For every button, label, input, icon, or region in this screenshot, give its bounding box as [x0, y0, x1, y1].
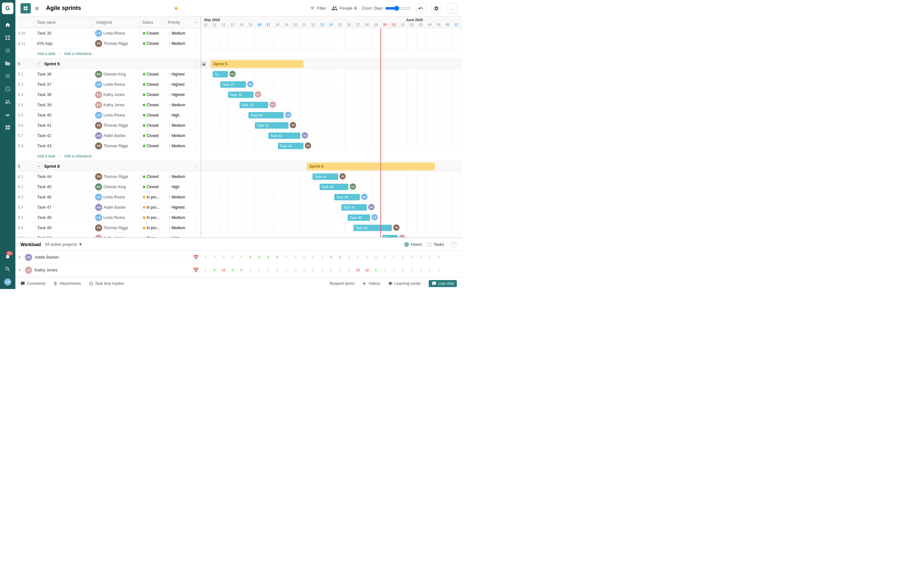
chart-add-sprint5 [201, 151, 462, 161]
undo-button[interactable] [416, 3, 426, 13]
sprint-5-bar[interactable]: Sprint 5 [211, 60, 304, 68]
sidebar-item-board[interactable] [2, 32, 13, 44]
task-bar-36[interactable]: Ta... [213, 71, 228, 78]
project-title[interactable]: Agile sprints [46, 5, 170, 11]
avatar: OK [229, 71, 236, 77]
gantt-container: Task name Assigned Status Priority + [15, 17, 462, 237]
add-task-link[interactable]: Add a task [37, 52, 55, 56]
app-header: Agile sprints ★ Filter People 6 Zoom: Da… [15, 0, 462, 17]
live-chat-button[interactable]: Live chat [429, 280, 457, 287]
bottom-bar: Comments Attachments Task time tracker R… [15, 278, 462, 289]
task-bar-47[interactable]: Task 47 [341, 204, 367, 211]
sidebar-notifications[interactable]: 21 [2, 251, 13, 263]
people-button[interactable]: People 6 [331, 5, 357, 11]
task-bar-40[interactable]: Task 40 [249, 112, 284, 119]
avatar: TR [95, 122, 102, 129]
favorite-star[interactable]: ★ [174, 5, 179, 12]
avatar: TR [393, 224, 400, 231]
status-header: Status [140, 17, 166, 28]
task-bar-45[interactable]: Task 45 [319, 184, 348, 190]
add-column-button[interactable]: + [191, 17, 200, 28]
sprint-5-expand[interactable]: − [37, 62, 42, 67]
chart-add-row [201, 49, 462, 59]
gantt-chart-panel: Sprint 5 ◀ Ta... OK [201, 28, 462, 237]
task-bar-44[interactable]: Task 44 [312, 174, 338, 180]
workload-expand-addie[interactable]: ▼ [18, 255, 23, 259]
zoom-slider[interactable] [385, 6, 411, 11]
avatar: KJ [270, 101, 276, 108]
sprint-6-expand[interactable]: − [37, 164, 42, 169]
grid-view-button[interactable] [21, 3, 31, 13]
task-bar-46[interactable]: Task 46 [334, 194, 360, 200]
avatar: TR [95, 224, 102, 231]
task-bar-38[interactable]: Task 38 [228, 91, 254, 98]
chart-row: Task 45 OK [201, 182, 462, 192]
svg-rect-1 [8, 36, 10, 37]
task-bar-48[interactable]: Task 48 [348, 214, 370, 221]
chart-row: Ta... OK [201, 69, 462, 80]
learning-center-button[interactable]: Learning center [388, 281, 421, 286]
attachments-button[interactable]: Attachments [53, 281, 81, 286]
sidebar-item-clock[interactable] [2, 83, 13, 95]
sidebar-item-grid[interactable] [2, 122, 13, 133]
chart-row: Task 47 AB [201, 202, 462, 213]
request-demo-button[interactable]: Request demo [329, 281, 355, 286]
calendar-icon-addie[interactable]: 📅 [193, 255, 198, 260]
table-row: 5.3 Task 38 KJ Kathy Jones Closed ↑ Hi [15, 89, 200, 100]
timeline-view-button[interactable] [32, 3, 42, 13]
avatar: LR [95, 30, 102, 37]
add-milestone-link[interactable]: Add a milestone [64, 52, 91, 56]
task-bar-43[interactable]: Task 43 [278, 143, 304, 149]
chart-row: Task 49 TR [201, 223, 462, 233]
add-task-sprint5-link[interactable]: Add a task [37, 154, 55, 158]
calendar-icon-kathy[interactable]: 📅 [193, 268, 198, 273]
table-row: 5.8 Task 43 TR Thomas Riggs Closed ↑ M [15, 141, 200, 151]
view-switcher [21, 3, 42, 13]
svg-rect-0 [5, 36, 7, 37]
task-bar-41[interactable]: Task 41 [255, 122, 288, 129]
comments-button[interactable]: Comments [21, 281, 46, 286]
time-tracker-button[interactable]: Task time tracker [89, 281, 124, 286]
avatar: LR [95, 112, 102, 119]
add-sprint5-row: Add a task | Add a milestone [15, 151, 200, 161]
settings-button[interactable] [431, 3, 441, 13]
filter-button[interactable]: Filter [310, 6, 326, 11]
app-logo[interactable]: G [2, 3, 13, 14]
task-bar-39[interactable]: Task 39 [239, 102, 268, 108]
table-row: 5.7 Task 42 AB Addie Barber Closed ↑ M [15, 131, 200, 141]
task-bar-37[interactable]: Task 37 [220, 81, 246, 88]
workload-project-filter[interactable]: All active projects ▼ [45, 242, 83, 247]
sidebar-item-home[interactable] [2, 19, 13, 31]
chart-sprint5-group: Sprint 5 ◀ [201, 59, 462, 69]
workload-person-addie: ▼ AB Addie Barber 📅 [15, 251, 201, 264]
sidebar-item-list[interactable] [2, 70, 13, 82]
zoom-control[interactable]: Zoom: Days [362, 6, 411, 11]
avatar: AB [25, 254, 32, 261]
chart-row: Task 42 AB [201, 131, 462, 141]
avatar: KJ [255, 91, 261, 97]
sidebar-item-menu[interactable] [2, 45, 13, 56]
table-row: 6.5 Task 48 LR Linda Rivera In pro... ↑ [15, 213, 200, 223]
avatar: AB [368, 204, 374, 210]
avatar: LR [361, 194, 368, 200]
workload-help-button[interactable]: ? [451, 241, 457, 248]
workload-expand-kathy[interactable]: ▼ [18, 268, 23, 272]
add-milestone-sprint5-link[interactable]: Add a milestone [64, 154, 91, 158]
sidebar-item-analytics[interactable] [2, 109, 13, 120]
task-bar-49[interactable]: Task 49 [353, 225, 392, 231]
hours-option[interactable]: Hours [404, 242, 422, 247]
task-list-panel: 4.10 Task 35 LR Linda Rivera Closed ↑ [15, 28, 201, 237]
avatar: KJ [399, 235, 405, 237]
sidebar-search[interactable] [2, 263, 13, 275]
sidebar-item-folder[interactable] [2, 58, 13, 69]
task-bar-50[interactable]: Ta... [382, 235, 398, 237]
videos-button[interactable]: Videos [362, 281, 380, 286]
more-button[interactable]: ... [447, 3, 457, 13]
sidebar-user[interactable]: LR [2, 276, 13, 288]
task-bar-42[interactable]: Task 42 [268, 133, 300, 139]
sprint-6-bar[interactable]: Sprint 6 [307, 162, 435, 170]
tasks-option[interactable]: Tasks [427, 242, 444, 247]
avatar: LR [371, 214, 378, 221]
sidebar-item-people[interactable] [2, 96, 13, 107]
avatar: TR [290, 122, 296, 128]
